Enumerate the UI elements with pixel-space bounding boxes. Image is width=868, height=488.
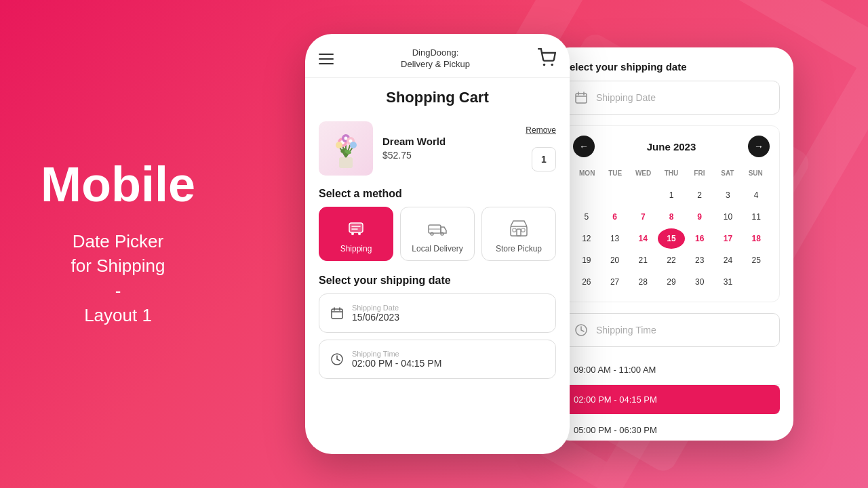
calendar-day[interactable]: 20	[601, 250, 629, 270]
phone2-shipping-date-placeholder: Shipping Date	[596, 92, 656, 103]
svg-rect-2	[339, 157, 353, 168]
svg-point-0	[543, 64, 546, 66]
calendar-next[interactable]: →	[748, 136, 770, 157]
svg-rect-25	[511, 226, 527, 236]
phone-2: Select your shipping date Shipping Date …	[549, 47, 793, 441]
svg-point-23	[441, 232, 443, 235]
calendar-day[interactable]: 6	[601, 207, 629, 227]
calendar-day	[573, 185, 600, 205]
calendar-day[interactable]: 27	[601, 272, 629, 292]
calendar-day[interactable]: 5	[573, 207, 600, 227]
time-slot[interactable]: 09:00 AM - 11:00 AM	[563, 355, 780, 385]
svg-point-14	[336, 142, 342, 148]
subtitle-line3: Layout 1	[84, 305, 152, 325]
shipping-date-field[interactable]: Shipping Date 15/06/2023	[319, 293, 556, 333]
calendar-day[interactable]: 10	[715, 207, 742, 227]
calendar-day	[743, 272, 770, 292]
calendar-days-grid: 1234567891011121314151617181920212223242…	[573, 185, 770, 292]
product-name: Dream World	[382, 136, 516, 147]
calendar-day[interactable]: 31	[715, 272, 742, 292]
calendar-day[interactable]: 3	[715, 185, 742, 205]
shipping-time-value: 02:00 PM - 04:15 PM	[352, 358, 441, 369]
svg-point-19	[351, 232, 354, 235]
svg-rect-29	[332, 309, 342, 319]
svg-point-1	[551, 64, 553, 66]
method-section-label: Select a method	[305, 182, 570, 207]
date-section: Shipping Date 15/06/2023 Shipping Time 0…	[305, 293, 570, 386]
method-shipping-label: Shipping	[340, 244, 372, 253]
app-header: DingDoong: Delivery & Pickup	[305, 34, 570, 78]
calendar-day[interactable]: 22	[658, 250, 685, 270]
calendar-day[interactable]: 4	[743, 185, 770, 205]
shipping-time-label: Shipping Time	[352, 350, 441, 358]
quantity-box[interactable]: 1	[532, 147, 556, 171]
calendar-prev[interactable]: ←	[573, 136, 595, 157]
calendar-day[interactable]: 12	[573, 228, 600, 249]
svg-point-15	[350, 142, 357, 148]
phone2-shipping-date-field[interactable]: Shipping Date	[563, 81, 780, 115]
hamburger-menu[interactable]	[319, 54, 334, 64]
shipping-date-value: 15/06/2023	[352, 312, 399, 323]
subtitle-dash: -	[115, 281, 121, 301]
remove-button[interactable]: Remove	[526, 125, 556, 135]
svg-point-22	[431, 232, 433, 235]
product-price: $52.75	[382, 150, 516, 161]
calendar-day[interactable]: 30	[686, 272, 713, 292]
svg-rect-27	[513, 228, 516, 232]
calendar-day[interactable]: 19	[573, 250, 600, 270]
subtitle-line1: Date Picker	[73, 231, 163, 251]
phone2-shipping-time-placeholder: Shipping Time	[596, 325, 656, 336]
method-selector: Shipping Local Delivery	[305, 207, 570, 269]
calendar-day[interactable]: 15	[658, 228, 685, 249]
time-slot[interactable]: 02:00 PM - 04:15 PM	[563, 385, 780, 414]
main-title: Mobile	[41, 160, 195, 209]
app-title: DingDoong: Delivery & Pickup	[401, 47, 470, 70]
calendar-day[interactable]: 29	[658, 272, 685, 292]
subtitle-line2: for Shipping	[71, 256, 165, 277]
phone-1: DingDoong: Delivery & Pickup Shopping Ca…	[305, 34, 570, 454]
shipping-time-field[interactable]: Shipping Time 02:00 PM - 04:15 PM	[319, 340, 556, 379]
method-store-pickup[interactable]: Store Pickup	[481, 207, 556, 261]
calendar-day	[629, 185, 656, 205]
method-store-pickup-label: Store Pickup	[496, 244, 542, 253]
shipping-date-label: Shipping Date	[352, 304, 399, 312]
page-title: Shopping Cart	[305, 78, 570, 115]
left-panel: Mobile Date Picker for Shipping - Layout…	[41, 160, 195, 328]
phone2-shipping-time-field[interactable]: Shipping Time	[563, 313, 780, 347]
calendar-day[interactable]: 8	[658, 207, 685, 227]
svg-rect-34	[576, 94, 587, 103]
calendar-day[interactable]: 7	[629, 207, 656, 227]
calendar-day[interactable]: 14	[629, 228, 656, 249]
method-local-delivery[interactable]: Local Delivery	[400, 207, 475, 261]
calendar-day[interactable]: 18	[743, 228, 770, 249]
calendar-day[interactable]: 26	[573, 272, 600, 292]
calendar-day[interactable]: 2	[686, 185, 713, 205]
calendar-day[interactable]: 1	[658, 185, 685, 205]
calendar-day-names: MON TUE WED THU FRI SAT SUN	[573, 167, 770, 180]
calendar-day[interactable]: 13	[601, 228, 629, 249]
time-slots: 09:00 AM - 11:00 AM02:00 PM - 04:15 PM05…	[563, 355, 780, 441]
time-slot[interactable]: 05:00 PM - 06:30 PM	[563, 415, 780, 441]
subtitle: Date Picker for Shipping - Layout 1	[41, 229, 195, 328]
calendar-day[interactable]: 17	[715, 228, 742, 249]
calendar-day[interactable]: 25	[743, 250, 770, 270]
svg-point-20	[358, 232, 361, 235]
calendar-header: ← June 2023 →	[573, 136, 770, 157]
phone2-section-label: Select your shipping date	[549, 47, 793, 81]
calendar-day[interactable]: 23	[686, 250, 713, 270]
calendar-month-year: June 2023	[647, 141, 696, 152]
calendar-day[interactable]: 16	[686, 228, 713, 249]
calendar: ← June 2023 → MON TUE WED THU FRI SAT SU…	[563, 125, 780, 302]
method-local-delivery-label: Local Delivery	[412, 244, 462, 253]
calendar-day	[601, 185, 629, 205]
calendar-day[interactable]: 21	[629, 250, 656, 270]
product-image	[319, 121, 373, 176]
svg-rect-26	[517, 229, 521, 236]
method-shipping[interactable]: Shipping	[319, 207, 393, 261]
calendar-day[interactable]: 11	[743, 207, 770, 227]
cart-button[interactable]	[537, 48, 556, 70]
calendar-day[interactable]: 24	[715, 250, 742, 270]
calendar-day[interactable]: 9	[686, 207, 713, 227]
date-section-label: Select your shipping date	[305, 269, 570, 293]
calendar-day[interactable]: 28	[629, 272, 656, 292]
